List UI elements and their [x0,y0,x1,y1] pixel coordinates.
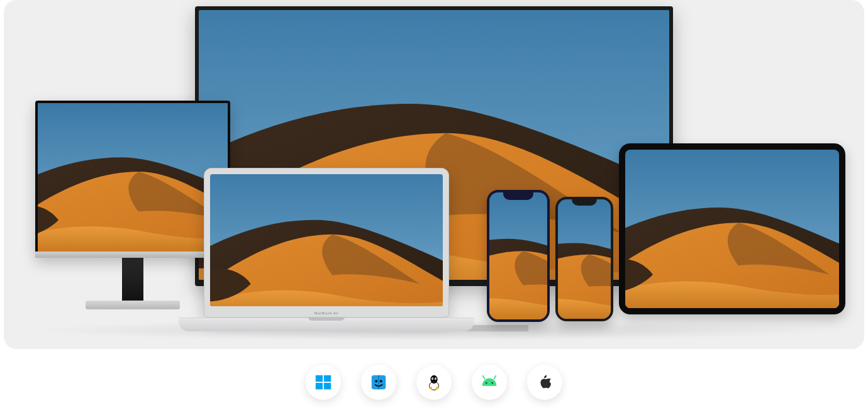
windows-icon [314,373,333,392]
phone2-screen [558,199,611,319]
linux-tux-icon [425,373,443,392]
device-stage: MacBook Air [4,0,864,349]
badge-windows [306,365,341,400]
badge-macos [361,365,396,400]
badge-ios [527,365,562,400]
wallpaper-icon [210,174,443,306]
phone1-screen [489,192,547,319]
platform-badges [0,365,868,400]
wallpaper-icon [625,150,839,308]
device-tablet [619,143,845,314]
laptop-screen [210,174,443,306]
badge-android [472,365,507,400]
tablet-screen [625,150,839,308]
device-phone-large [487,190,550,322]
device-laptop: MacBook Air [179,168,474,331]
laptop-model-label: MacBook Air [179,311,474,315]
android-icon [480,373,499,392]
hero-panel: MacBook Air [4,0,864,349]
finder-icon [369,373,388,392]
device-phone-small [555,197,613,321]
wallpaper-icon [489,192,547,319]
wallpaper-icon [558,199,611,319]
badge-linux [416,365,452,400]
apple-icon [535,373,554,392]
